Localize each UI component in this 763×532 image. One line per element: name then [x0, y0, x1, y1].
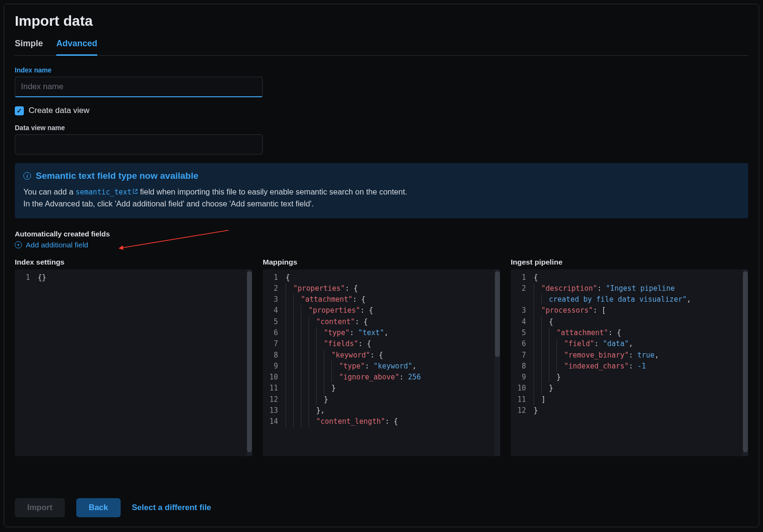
mappings-title: Mappings [263, 258, 500, 266]
data-view-name-input[interactable] [15, 134, 263, 154]
ingest-pipeline-title: Ingest pipeline [511, 258, 748, 266]
index-settings-title: Index settings [15, 258, 252, 266]
back-button[interactable]: Back [76, 498, 121, 517]
scrollbar[interactable] [495, 269, 500, 456]
index-name-label: Index name [15, 66, 748, 74]
add-additional-field-button[interactable]: + Add additional field [15, 241, 748, 249]
footer: Import Back Select a different file [15, 498, 211, 517]
info-icon: i [23, 172, 31, 180]
create-data-view-label: Create data view [29, 106, 90, 115]
ingest-pipeline-editor[interactable]: 123456789101112 {"description": "Ingest … [511, 269, 748, 456]
tabs: Simple Advanced [15, 35, 748, 56]
plus-circle-icon: + [15, 241, 22, 248]
scrollbar[interactable] [742, 269, 748, 456]
add-field-label: Add additional field [26, 241, 88, 249]
tab-simple[interactable]: Simple [15, 35, 43, 56]
semantic-text-link[interactable]: semantic_text [76, 188, 138, 196]
index-settings-editor[interactable]: 1 {} [15, 269, 252, 456]
scrollbar[interactable] [247, 269, 252, 456]
callout-title: Semantic text field type now available [36, 171, 198, 181]
index-name-input[interactable] [15, 77, 263, 97]
create-data-view-checkbox[interactable]: ✓ [15, 106, 24, 115]
data-view-name-label: Data view name [15, 124, 748, 132]
select-different-file-link[interactable]: Select a different file [132, 503, 211, 512]
mappings-editor[interactable]: 1234567891011121314 {"properties": {"att… [263, 269, 500, 456]
auto-fields-label: Automatically created fields [15, 230, 748, 238]
page-title: Import data [15, 13, 748, 29]
tab-advanced[interactable]: Advanced [56, 35, 97, 56]
external-link-icon [133, 189, 138, 194]
semantic-text-callout: i Semantic text field type now available… [15, 163, 748, 218]
callout-body: You can add a semantic_text field when i… [23, 186, 740, 210]
import-button[interactable]: Import [15, 498, 65, 517]
